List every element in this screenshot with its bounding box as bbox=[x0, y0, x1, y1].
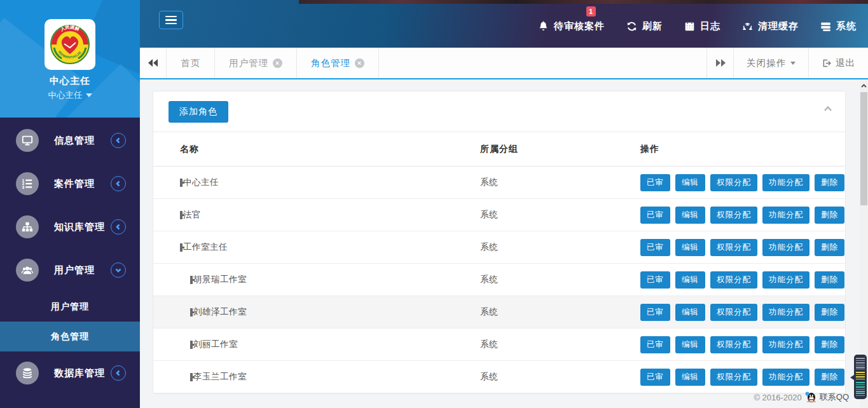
delete-button[interactable]: 删除 bbox=[815, 174, 844, 191]
assign-permissions-button[interactable]: 权限分配 bbox=[710, 304, 757, 321]
tab-close-icon[interactable]: × bbox=[355, 58, 364, 68]
delete-button[interactable]: 删除 bbox=[815, 207, 844, 224]
approved-button[interactable]: 已审 bbox=[640, 271, 670, 289]
qq-penguin-icon bbox=[805, 391, 816, 403]
role-group-cell: 系统 bbox=[480, 274, 640, 285]
role-group-cell: 系统 bbox=[480, 209, 640, 221]
role-group-cell: 系统 bbox=[480, 177, 640, 188]
approved-button[interactable]: 已审 bbox=[640, 239, 670, 256]
logout-button[interactable]: 退出 bbox=[808, 48, 868, 78]
tab-role-mgmt[interactable]: 角色管理 × bbox=[297, 48, 379, 78]
clear-cache-button[interactable]: 清理缓存 bbox=[742, 20, 799, 32]
tree-branch-icon bbox=[190, 308, 193, 316]
pending-cases-button[interactable]: 1 待审核案件 bbox=[538, 20, 605, 32]
delete-button[interactable]: 删除 bbox=[815, 239, 844, 256]
edit-button[interactable]: 编辑 bbox=[675, 174, 705, 191]
contact-qq-link[interactable]: 联系QQ bbox=[820, 391, 849, 403]
role-name-cell: 李玉兰工作室 bbox=[169, 371, 480, 383]
assign-permissions-button[interactable]: 权限分配 bbox=[710, 271, 757, 289]
sidebar-user-dropdown-label: 中心主任 bbox=[48, 90, 83, 101]
roles-panel: 添加角色 名称 所属分组 操作 中心主任 系统 已审编辑权限分配功能分配删除 bbox=[153, 91, 846, 394]
approved-button[interactable]: 已审 bbox=[640, 174, 670, 191]
role-actions-cell: 已审编辑权限分配功能分配删除 bbox=[640, 207, 844, 224]
sidebar-item-case-mgmt[interactable]: 123 案件管理 bbox=[0, 162, 140, 205]
role-name-cell: 胡景瑞工作室 bbox=[169, 274, 480, 285]
sidebar-item-info-mgmt[interactable]: 信息管理 bbox=[0, 119, 140, 162]
sidebar-user-name: 中心主任 bbox=[0, 75, 140, 87]
chevron-left-icon bbox=[111, 365, 126, 381]
tabs-scroll-right-button[interactable] bbox=[706, 48, 733, 78]
sidebar-toggle-button[interactable] bbox=[159, 11, 183, 29]
footer: © 2016-2020 联系QQ bbox=[754, 391, 849, 403]
edit-button[interactable]: 编辑 bbox=[675, 369, 705, 386]
sidebar-item-knowledge-mgmt[interactable]: 知识库管理 bbox=[0, 205, 140, 248]
role-group-cell: 系统 bbox=[480, 241, 640, 253]
double-chevron-left-icon bbox=[148, 59, 158, 67]
app-window: 人民调解 RENMINTIAOJIE 中心主任 中心主任 信息管理 123 bbox=[0, 0, 868, 408]
approved-button[interactable]: 已审 bbox=[640, 336, 670, 353]
sidebar-subitem-role-mgmt[interactable]: 角色管理 bbox=[0, 322, 140, 351]
assign-functions-button[interactable]: 功能分配 bbox=[762, 174, 809, 191]
svg-text:3: 3 bbox=[22, 186, 24, 189]
log-button[interactable]: 日志 bbox=[684, 20, 720, 32]
chevron-up-icon bbox=[823, 105, 832, 112]
tabs-scroll-left-button[interactable] bbox=[140, 48, 167, 78]
tab-close-icon[interactable]: × bbox=[273, 58, 282, 68]
panel-collapse-button[interactable] bbox=[823, 103, 834, 111]
delete-button[interactable]: 删除 bbox=[815, 304, 844, 321]
assign-permissions-button[interactable]: 权限分配 bbox=[710, 369, 757, 386]
sidebar-user-dropdown[interactable]: 中心主任 bbox=[48, 90, 92, 101]
widget-stripes-gray bbox=[856, 358, 865, 369]
assign-permissions-button[interactable]: 权限分配 bbox=[710, 207, 757, 224]
delete-button[interactable]: 删除 bbox=[815, 271, 844, 289]
system-button[interactable]: 系统 bbox=[820, 20, 857, 32]
monitor-icon bbox=[16, 129, 39, 152]
assign-functions-button[interactable]: 功能分配 bbox=[762, 239, 809, 256]
floating-tool-widget[interactable] bbox=[854, 355, 867, 399]
edit-button[interactable]: 编辑 bbox=[675, 239, 705, 256]
add-role-button[interactable]: 添加角色 bbox=[169, 101, 228, 123]
approved-button[interactable]: 已审 bbox=[640, 207, 670, 224]
assign-permissions-button[interactable]: 权限分配 bbox=[710, 336, 757, 353]
org-logo: 人民调解 RENMINTIAOJIE bbox=[45, 19, 95, 70]
database-icon bbox=[16, 362, 39, 384]
approved-button[interactable]: 已审 bbox=[640, 369, 670, 386]
table-row: 刘丽工作室 系统 已审编辑权限分配功能分配删除 bbox=[153, 329, 845, 361]
approved-button[interactable]: 已审 bbox=[640, 304, 670, 321]
mediation-emblem-icon: 人民调解 RENMINTIAOJIE bbox=[49, 24, 91, 65]
close-operations-dropdown[interactable]: 关闭操作 bbox=[733, 48, 808, 78]
tab-home[interactable]: 首页 bbox=[167, 48, 215, 78]
edit-button[interactable]: 编辑 bbox=[675, 336, 705, 353]
sidebar-subitem-user-mgmt[interactable]: 用户管理 bbox=[0, 292, 140, 322]
assign-functions-button[interactable]: 功能分配 bbox=[762, 304, 809, 321]
role-group-cell: 系统 bbox=[480, 371, 640, 383]
role-name-cell: 工作室主任 bbox=[169, 241, 480, 253]
users-icon bbox=[16, 259, 39, 282]
scrollbar-thumb[interactable] bbox=[860, 92, 867, 205]
column-header-name: 名称 bbox=[169, 144, 480, 155]
delete-button[interactable]: 删除 bbox=[815, 336, 844, 353]
assign-permissions-button[interactable]: 权限分配 bbox=[710, 174, 757, 191]
assign-functions-button[interactable]: 功能分配 bbox=[762, 207, 809, 224]
server-icon bbox=[820, 21, 831, 32]
edit-button[interactable]: 编辑 bbox=[675, 304, 705, 321]
role-name-cell: 刘雄泽工作室 bbox=[169, 306, 480, 318]
assign-permissions-button[interactable]: 权限分配 bbox=[710, 239, 757, 256]
delete-button[interactable]: 删除 bbox=[815, 369, 844, 386]
edit-button[interactable]: 编辑 bbox=[675, 207, 705, 224]
assign-functions-button[interactable]: 功能分配 bbox=[762, 271, 809, 289]
assign-functions-button[interactable]: 功能分配 bbox=[762, 369, 809, 386]
chevron-up-icon bbox=[861, 84, 867, 88]
refresh-button[interactable]: 刷新 bbox=[626, 20, 663, 32]
sidebar-item-user-mgmt[interactable]: 用户管理 bbox=[0, 248, 140, 292]
edit-button[interactable]: 编辑 bbox=[675, 271, 705, 289]
main-column: 1 待审核案件 刷新 日志 清理缓存 系统 bbox=[140, 0, 868, 408]
column-header-group: 所属分组 bbox=[480, 144, 640, 155]
scrollbar-up-arrow[interactable] bbox=[860, 81, 868, 90]
sidebar-profile: 人民调解 RENMINTIAOJIE 中心主任 中心主任 bbox=[0, 0, 140, 118]
tab-user-mgmt[interactable]: 用户管理 × bbox=[215, 48, 297, 78]
role-actions-cell: 已审编辑权限分配功能分配删除 bbox=[640, 239, 844, 256]
calendar-icon bbox=[684, 21, 695, 32]
assign-functions-button[interactable]: 功能分配 bbox=[762, 336, 809, 353]
sidebar-item-database-mgmt[interactable]: 数据库管理 bbox=[0, 351, 140, 395]
